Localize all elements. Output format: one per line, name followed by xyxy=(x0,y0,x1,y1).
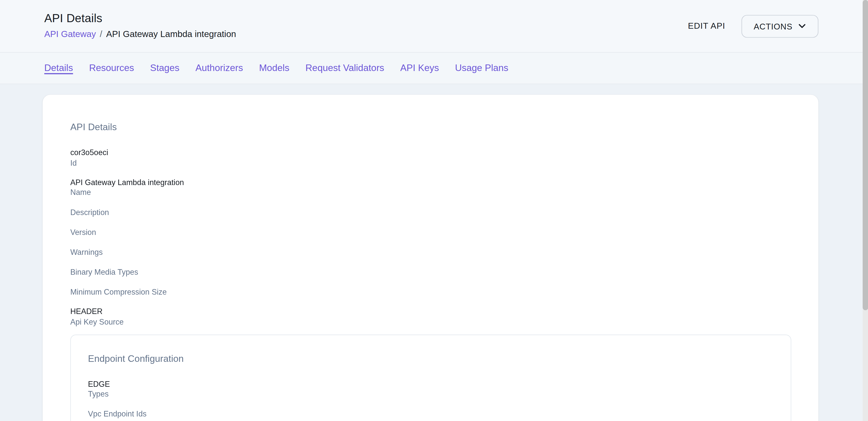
breadcrumb-current: API Gateway Lambda integration xyxy=(106,29,236,40)
field-minimum-compression-size: Minimum Compression Size xyxy=(70,287,791,297)
chevron-down-icon xyxy=(799,24,806,28)
scrollbar-thumb[interactable] xyxy=(863,0,868,310)
field-value: API Gateway Lambda integration xyxy=(70,177,791,187)
header-actions: EDIT API ACTIONS xyxy=(687,0,818,52)
field-types: EDGE Types xyxy=(88,379,774,399)
breadcrumb: API Gateway / API Gateway Lambda integra… xyxy=(44,29,236,40)
field-description: Description xyxy=(70,207,791,217)
viewport: API Details API Gateway / API Gateway La… xyxy=(0,0,868,421)
app-header: API Details API Gateway / API Gateway La… xyxy=(0,0,868,53)
page-title: API Details xyxy=(44,11,236,25)
tab-stages[interactable]: Stages xyxy=(150,63,179,74)
field-label: Types xyxy=(88,389,774,399)
field-label: Minimum Compression Size xyxy=(70,287,791,297)
api-details-card: API Details cor3o5oeci Id API Gateway La… xyxy=(42,95,818,421)
field-value: EDGE xyxy=(88,379,774,389)
tab-bar: Details Resources Stages Authorizers Mod… xyxy=(0,53,868,84)
actions-button-label: ACTIONS xyxy=(753,21,792,31)
tab-usage-plans[interactable]: Usage Plans xyxy=(455,63,508,74)
page: API Details API Gateway / API Gateway La… xyxy=(0,0,868,421)
card-heading: API Details xyxy=(70,121,791,134)
field-label: Api Key Source xyxy=(70,316,791,327)
field-label: Binary Media Types xyxy=(70,267,791,277)
field-version: Version xyxy=(70,227,791,237)
field-value: HEADER xyxy=(70,307,791,317)
field-name: API Gateway Lambda integration Name xyxy=(70,177,791,197)
main-content: API Details cor3o5oeci Id API Gateway La… xyxy=(0,84,868,420)
field-label: Name xyxy=(70,187,791,197)
field-label: Vpc Endpoint Ids xyxy=(88,409,774,419)
field-api-key-source: HEADER Api Key Source xyxy=(70,307,791,327)
field-id: cor3o5oeci Id xyxy=(70,148,791,167)
subcard-heading: Endpoint Configuration xyxy=(88,352,774,365)
tab-resources[interactable]: Resources xyxy=(89,63,134,74)
tab-api-keys[interactable]: API Keys xyxy=(400,63,439,74)
field-binary-media-types: Binary Media Types xyxy=(70,267,791,277)
field-label: Description xyxy=(70,207,791,217)
field-warnings: Warnings xyxy=(70,247,791,257)
tab-authorizers[interactable]: Authorizers xyxy=(195,63,243,74)
edit-api-button[interactable]: EDIT API xyxy=(687,17,726,35)
field-value: cor3o5oeci xyxy=(70,148,791,158)
field-vpc-endpoint-ids: Vpc Endpoint Ids xyxy=(88,409,774,419)
breadcrumb-link-api-gateway[interactable]: API Gateway xyxy=(44,29,96,40)
endpoint-configuration-card: Endpoint Configuration EDGE Types Vpc En… xyxy=(70,334,791,421)
field-label: Warnings xyxy=(70,247,791,257)
field-label: Version xyxy=(70,227,791,237)
field-label: Id xyxy=(70,158,791,168)
actions-button[interactable]: ACTIONS xyxy=(741,15,818,37)
tab-details[interactable]: Details xyxy=(44,63,73,74)
scrollbar-track[interactable] xyxy=(863,0,868,421)
tab-request-validators[interactable]: Request Validators xyxy=(305,63,384,74)
title-block: API Details API Gateway / API Gateway La… xyxy=(0,0,236,52)
tab-models[interactable]: Models xyxy=(259,63,289,74)
breadcrumb-separator: / xyxy=(100,29,102,40)
